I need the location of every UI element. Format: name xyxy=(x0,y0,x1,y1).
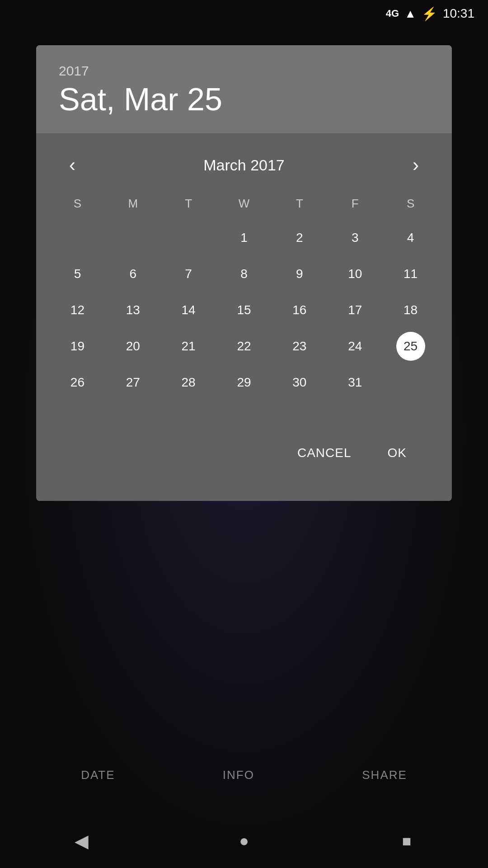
tab-share[interactable]: SHARE xyxy=(353,764,416,787)
day-header-tue: T xyxy=(161,192,216,215)
tab-date[interactable]: DATE xyxy=(72,764,124,787)
status-bar: 4G ▲ ⚡ 10:31 xyxy=(0,0,488,27)
week-1: 1 2 3 4 xyxy=(50,220,438,256)
cancel-button[interactable]: CANCEL xyxy=(284,437,365,469)
day-cell-18[interactable]: 18 xyxy=(383,292,438,328)
day-header-sun: S xyxy=(50,192,105,215)
day-cell-7[interactable]: 7 xyxy=(161,256,216,292)
day-cell-empty-1 xyxy=(50,220,105,256)
day-cell-21[interactable]: 21 xyxy=(161,328,216,364)
day-cell-4[interactable]: 4 xyxy=(383,220,438,256)
back-button[interactable]: ◀ xyxy=(63,823,99,859)
day-header-sat: S xyxy=(383,192,438,215)
day-cell-17[interactable]: 17 xyxy=(327,292,383,328)
day-cell-15[interactable]: 15 xyxy=(216,292,272,328)
day-cell-empty-2 xyxy=(105,220,161,256)
network-badge: 4G xyxy=(386,8,399,19)
day-cell-30[interactable]: 30 xyxy=(272,364,327,401)
day-cell-26[interactable]: 26 xyxy=(50,364,105,401)
calendar-section: ‹ March 2017 › S M T W T F S 1 2 xyxy=(36,133,452,501)
day-cell-9[interactable]: 9 xyxy=(272,256,327,292)
day-cell-22[interactable]: 22 xyxy=(216,328,272,364)
date-picker-dialog: 2017 Sat, Mar 25 ‹ March 2017 › S M T W … xyxy=(36,45,452,501)
dialog-buttons: CANCEL OK xyxy=(50,428,438,487)
android-nav-bar: ◀ ● ■ xyxy=(0,814,488,868)
month-navigation: ‹ March 2017 › xyxy=(50,142,438,192)
day-cell-13[interactable]: 13 xyxy=(105,292,161,328)
day-cell-empty-end xyxy=(383,364,438,401)
day-cell-28[interactable]: 28 xyxy=(161,364,216,401)
battery-icon: ⚡ xyxy=(422,6,437,21)
selected-date-display: Sat, Mar 25 xyxy=(59,82,429,117)
status-time: 10:31 xyxy=(443,6,474,21)
bottom-tabs: DATE INFO SHARE xyxy=(0,755,488,796)
week-4: 19 20 21 22 23 24 25 xyxy=(50,328,438,364)
day-cell-5[interactable]: 5 xyxy=(50,256,105,292)
day-header-mon: M xyxy=(105,192,161,215)
day-header-thu: T xyxy=(272,192,327,215)
day-cell-11[interactable]: 11 xyxy=(383,256,438,292)
day-cell-27[interactable]: 27 xyxy=(105,364,161,401)
week-2: 5 6 7 8 9 10 11 xyxy=(50,256,438,292)
day-cell-8[interactable]: 8 xyxy=(216,256,272,292)
week-5: 26 27 28 29 30 31 xyxy=(50,364,438,401)
dialog-header: 2017 Sat, Mar 25 xyxy=(36,45,452,133)
home-button[interactable]: ● xyxy=(226,823,262,859)
ok-button[interactable]: OK xyxy=(374,437,420,469)
day-cell-25[interactable]: 25 xyxy=(383,328,438,364)
tab-info[interactable]: INFO xyxy=(214,764,263,787)
prev-month-button[interactable]: ‹ xyxy=(59,151,86,179)
day-cell-16[interactable]: 16 xyxy=(272,292,327,328)
week-3: 12 13 14 15 16 17 18 xyxy=(50,292,438,328)
day-cell-23[interactable]: 23 xyxy=(272,328,327,364)
day-cell-1[interactable]: 1 xyxy=(216,220,272,256)
day-cell-19[interactable]: 19 xyxy=(50,328,105,364)
day-cell-10[interactable]: 10 xyxy=(327,256,383,292)
day-cell-12[interactable]: 12 xyxy=(50,292,105,328)
day-cell-empty-3 xyxy=(161,220,216,256)
day-header-wed: W xyxy=(216,192,272,215)
day-cell-14[interactable]: 14 xyxy=(161,292,216,328)
selected-year: 2017 xyxy=(59,63,429,79)
day-cell-3[interactable]: 3 xyxy=(327,220,383,256)
month-year-label: March 2017 xyxy=(203,156,285,174)
day-header-fri: F xyxy=(327,192,383,215)
calendar-grid: S M T W T F S 1 2 3 4 5 6 xyxy=(50,192,438,401)
day-cell-20[interactable]: 20 xyxy=(105,328,161,364)
day-cell-31[interactable]: 31 xyxy=(327,364,383,401)
signal-icon: ▲ xyxy=(404,7,416,21)
day-cell-6[interactable]: 6 xyxy=(105,256,161,292)
dialog-spacer xyxy=(50,401,438,428)
next-month-button[interactable]: › xyxy=(402,151,429,179)
day-cell-29[interactable]: 29 xyxy=(216,364,272,401)
recents-button[interactable]: ■ xyxy=(389,823,425,859)
day-cell-24[interactable]: 24 xyxy=(327,328,383,364)
day-headers-row: S M T W T F S xyxy=(50,192,438,215)
day-cell-2[interactable]: 2 xyxy=(272,220,327,256)
